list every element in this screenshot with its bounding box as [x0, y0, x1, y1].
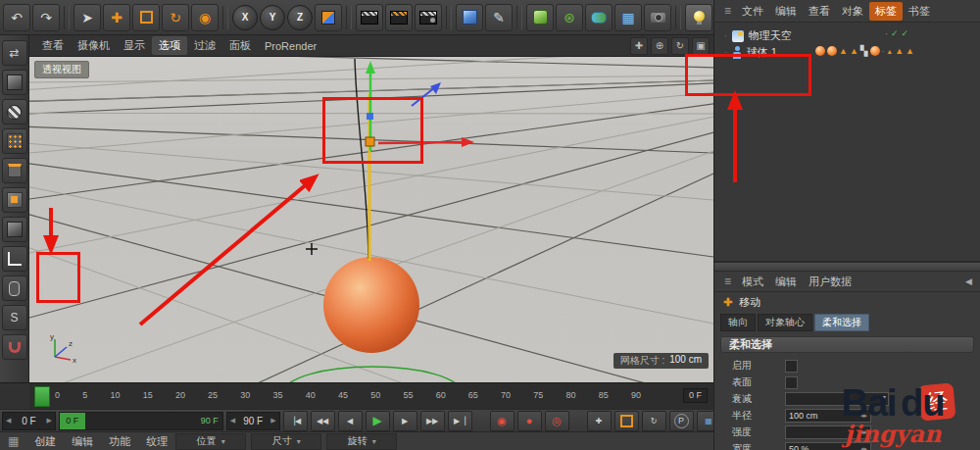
history-back-icon[interactable]: ◀	[965, 276, 980, 286]
render-view-icon[interactable]	[356, 4, 383, 31]
goto-start-button[interactable]: ▕◀	[283, 411, 308, 431]
object-manager-menu-icon[interactable]: ≡	[719, 4, 736, 18]
toggle-view-icon[interactable]: ▣	[692, 37, 710, 55]
polygons-mode-icon[interactable]	[2, 187, 27, 213]
end-frame-field[interactable]: ◀ 90 F ▶	[226, 412, 280, 430]
move-tool-icon[interactable]: ✚	[103, 4, 130, 31]
next-frame-button[interactable]: ▶	[393, 411, 417, 431]
light-icon[interactable]	[685, 4, 712, 31]
material-tag-icon[interactable]	[870, 46, 880, 56]
am-menu-edit[interactable]: 编辑	[769, 273, 803, 291]
lock-x-axis-button[interactable]: X	[232, 5, 258, 30]
array-grid-icon[interactable]: ▦	[614, 4, 642, 31]
render-picture-viewer-icon[interactable]	[385, 4, 413, 31]
magnet-snap-icon[interactable]	[2, 334, 27, 360]
menu-function[interactable]: 功能	[101, 434, 138, 449]
scale-tool-icon[interactable]	[132, 4, 160, 31]
lock-y-axis-button[interactable]: Y	[260, 5, 285, 30]
autokey-button[interactable]: ●	[517, 411, 542, 431]
mini-tag-icon[interactable]: ▲	[895, 47, 904, 56]
current-frame-field[interactable]: ◀ 0 F ▶	[2, 412, 56, 430]
menu-display[interactable]: 显示	[117, 36, 152, 55]
goto-end-button[interactable]: ▶▕	[448, 411, 472, 431]
coords-position-dropdown[interactable]: 位置 ▾	[175, 433, 246, 450]
decrement-icon[interactable]: ◀	[230, 417, 235, 425]
object-mode-icon[interactable]	[2, 217, 27, 242]
panel-splitter[interactable]	[714, 262, 980, 272]
tab-object-axis[interactable]: 对象轴心	[758, 314, 812, 331]
subdivision-surface-icon[interactable]	[526, 4, 554, 31]
make-editable-icon[interactable]: ⇄	[2, 40, 27, 66]
material-tag-icon[interactable]	[827, 46, 837, 56]
live-selection-icon[interactable]: ➤	[74, 4, 101, 31]
object-row-physical-sky[interactable]: · 物理天空 · ✓ ✓	[714, 27, 980, 44]
record-scale-toggle[interactable]	[614, 411, 639, 431]
menu-texture[interactable]: 纹理	[138, 434, 175, 449]
camera-icon[interactable]	[644, 4, 671, 31]
tab-soft-selection[interactable]: 柔和选择	[814, 314, 869, 331]
zoom-view-icon[interactable]: ⊕	[651, 37, 668, 55]
coords-rotation-dropdown[interactable]: 旋转 ▾	[326, 433, 397, 450]
menu-edit[interactable]: 编辑	[64, 434, 101, 449]
model-mode-icon[interactable]	[2, 70, 27, 95]
dot-tag-icon[interactable]: ·	[882, 47, 885, 56]
primitive-cube-icon[interactable]	[456, 4, 483, 31]
rotate-tool-icon[interactable]: ↻	[162, 4, 189, 31]
render-settings-icon[interactable]	[415, 4, 442, 31]
layout-grid-icon[interactable]: ▦	[0, 434, 26, 448]
menu-panel[interactable]: 面板	[222, 36, 258, 55]
texture-mode-icon[interactable]	[2, 99, 27, 125]
record-parameter-toggle[interactable]: P	[669, 411, 694, 431]
redo-icon[interactable]: ↷	[32, 4, 60, 31]
field-icon[interactable]	[585, 4, 612, 31]
increment-icon[interactable]: ▶	[46, 417, 51, 425]
enable-checkbox[interactable]	[785, 360, 798, 373]
mini-tag-icon[interactable]: ▲	[886, 48, 893, 55]
phong-tag-icon[interactable]: ▲	[839, 47, 848, 56]
prev-frame-button[interactable]: ◀	[338, 411, 363, 431]
prev-key-button[interactable]: ◀◀	[311, 411, 335, 431]
om-menu-edit[interactable]: 编辑	[769, 2, 803, 21]
rotate-view-icon[interactable]: ↻	[671, 37, 689, 55]
increment-icon[interactable]: ▶	[270, 417, 275, 425]
spline-pen-icon[interactable]: ✎	[485, 4, 513, 31]
play-button[interactable]: ▶	[366, 411, 390, 431]
current-frame-marker[interactable]	[34, 386, 50, 407]
enabled-check-icon[interactable]: ✓	[902, 28, 909, 38]
record-keyframe-button[interactable]: ◉	[490, 411, 514, 431]
menu-prorender[interactable]: ProRender	[258, 38, 323, 54]
om-menu-view[interactable]: 查看	[803, 2, 836, 21]
edges-mode-icon[interactable]	[2, 158, 27, 183]
menu-filter[interactable]: 过滤	[187, 36, 222, 55]
enable-axis-icon[interactable]	[2, 246, 27, 272]
coords-size-dropdown[interactable]: 尺寸 ▾	[251, 433, 321, 450]
keyframe-selection-button[interactable]: ◎	[545, 411, 569, 431]
material-tag-icon[interactable]	[815, 46, 825, 56]
coordinate-system-icon[interactable]	[315, 4, 342, 31]
object-toggles[interactable]: · ✓ ✓	[885, 28, 908, 38]
next-key-button[interactable]: ▶▶	[420, 411, 445, 431]
menu-options[interactable]: 选项	[152, 36, 187, 55]
undo-icon[interactable]: ↶	[3, 4, 30, 31]
frame-range-slider[interactable]: 0 F 90 F	[59, 412, 223, 430]
decrement-icon[interactable]: ◀	[6, 417, 11, 425]
om-menu-file[interactable]: 文件	[736, 2, 769, 21]
menu-create[interactable]: 创建	[26, 434, 64, 449]
timeline-ruler[interactable]: 05 1015 2025 3035 4045 5055 6065 7075 80…	[29, 382, 713, 409]
phong-tag-icon[interactable]: ▲	[850, 47, 858, 56]
mograph-icon[interactable]: ⊛	[556, 4, 583, 31]
viewport-solo-icon[interactable]	[2, 275, 27, 301]
menu-camera[interactable]: 摄像机	[71, 36, 117, 55]
menu-view[interactable]: 查看	[35, 36, 71, 55]
record-rotation-toggle[interactable]: ↻	[642, 411, 666, 431]
soft-selection-section-header[interactable]: 柔和选择	[720, 336, 974, 353]
tab-axis[interactable]: 轴向	[720, 314, 756, 331]
pan-view-icon[interactable]: ✚	[630, 37, 648, 55]
record-position-toggle[interactable]: ✚	[587, 411, 612, 431]
lock-z-axis-button[interactable]: Z	[287, 5, 313, 30]
om-menu-object[interactable]: 对象	[836, 2, 869, 21]
last-tool-icon[interactable]: ◉	[191, 4, 219, 31]
om-menu-tags[interactable]: 标签	[869, 2, 903, 21]
points-mode-icon[interactable]	[2, 128, 27, 154]
am-menu-userdata[interactable]: 用户数据	[803, 273, 858, 291]
